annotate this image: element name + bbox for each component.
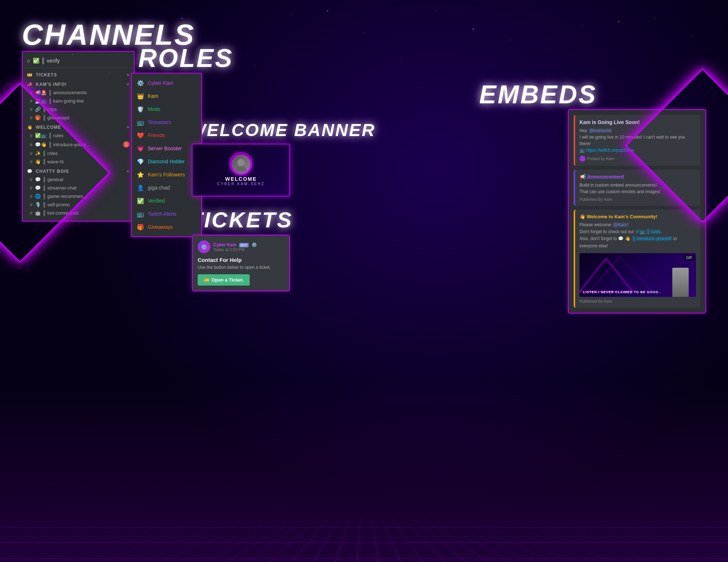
- neon-ring: [228, 151, 254, 176]
- grid-floor-decoration: [0, 380, 728, 562]
- svg-point-2: [230, 153, 252, 175]
